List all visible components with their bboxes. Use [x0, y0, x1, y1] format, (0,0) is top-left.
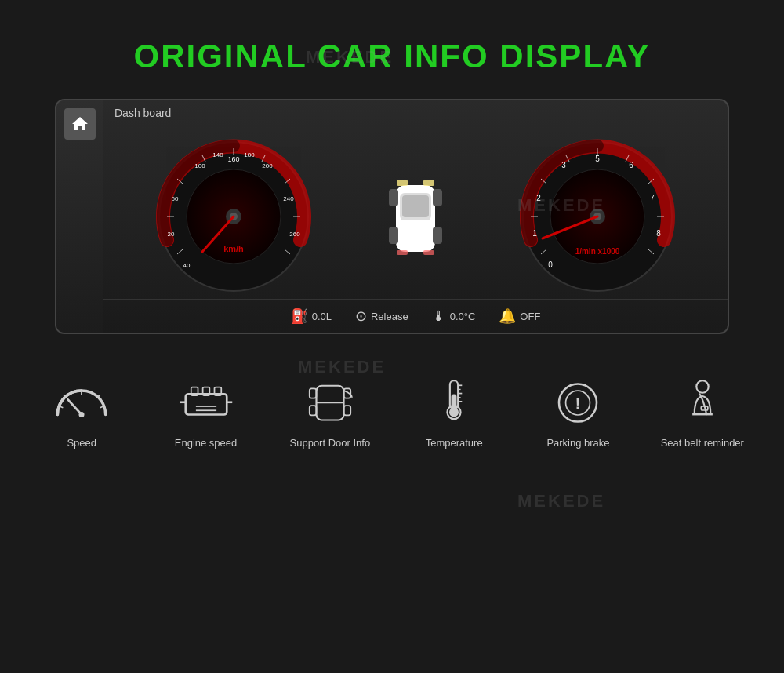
door-info-icon-area: [299, 373, 361, 428]
temperature-label: Temperature: [426, 436, 483, 450]
svg-point-60: [79, 412, 85, 417]
svg-rect-35: [423, 250, 434, 255]
svg-text:140: 140: [212, 151, 223, 158]
car-top-view: [384, 166, 447, 267]
tachometer-svg: 5 3 2 1 6 7 8 0 1/min x1000: [519, 138, 676, 295]
svg-rect-28: [389, 189, 398, 206]
svg-rect-31: [433, 227, 442, 244]
svg-text:240: 240: [283, 195, 294, 202]
svg-line-61: [60, 406, 63, 408]
svg-rect-79: [343, 406, 350, 415]
dash-main: Dash board: [103, 100, 728, 333]
svg-rect-34: [397, 250, 408, 255]
seatbelt-reminder-icon-area: [671, 373, 734, 428]
svg-rect-30: [389, 227, 398, 244]
parking-brake-label: Parking brake: [546, 436, 609, 450]
seatbelt-icon: 🔔: [499, 307, 516, 325]
svg-line-65: [100, 406, 103, 408]
svg-text:6: 6: [629, 161, 633, 169]
svg-rect-29: [433, 189, 442, 206]
feature-engine-speed: Engine speed: [163, 373, 248, 450]
parking-icon: ⊙: [355, 307, 367, 325]
svg-rect-66: [185, 394, 227, 414]
door-info-icon: [303, 377, 358, 424]
dash-info-bar: ⛽ 0.0L ⊙ Release 🌡 0.0°C 🔔 OFF: [103, 299, 728, 333]
main-title-section: ORIGINAL CAR INFO DISPLAY: [0, 0, 784, 99]
feature-parking-brake: ! Parking brake: [535, 373, 620, 450]
seatbelt-reminder-icon: [675, 377, 730, 424]
svg-rect-78: [310, 406, 317, 415]
door-info-label: Support Door Info: [290, 436, 371, 450]
svg-rect-27: [402, 195, 429, 217]
parking-value: Release: [371, 311, 408, 322]
svg-point-92: [696, 380, 708, 392]
speed-icon-area: [50, 373, 113, 428]
dashboard-screen: Dash board: [55, 99, 729, 334]
home-button[interactable]: [64, 108, 96, 140]
fuel-value: 0.0L: [312, 311, 332, 322]
svg-point-83: [449, 408, 459, 417]
svg-text:260: 260: [289, 231, 300, 238]
features-section: Speed Engine speed: [0, 373, 784, 450]
svg-text:200: 200: [262, 162, 273, 169]
home-icon: [71, 115, 89, 133]
fuel-icon: ⛽: [291, 307, 308, 325]
dashboard-label: Dash board: [114, 107, 171, 119]
feature-temperature: Temperature: [412, 373, 496, 450]
feature-speed: Speed: [39, 373, 124, 450]
svg-rect-33: [423, 180, 434, 186]
speed-icon: [54, 377, 109, 424]
speed-label: Speed: [67, 436, 96, 450]
engine-speed-label: Engine speed: [175, 436, 238, 450]
seatbelt-reminder-label: Seat belt reminder: [661, 436, 744, 450]
temperature-icon: [426, 377, 481, 424]
parking-brake-icon-area: !: [546, 373, 609, 428]
svg-text:7: 7: [650, 194, 655, 202]
svg-rect-76: [310, 388, 317, 398]
seatbelt-value: OFF: [520, 311, 540, 322]
svg-text:40: 40: [183, 262, 191, 269]
svg-text:1/min x1000: 1/min x1000: [575, 247, 620, 256]
engine-speed-icon: [179, 377, 234, 424]
engine-speed-icon-area: [175, 373, 238, 428]
page-title: ORIGINAL CAR INFO DISPLAY: [0, 38, 784, 75]
svg-text:3: 3: [561, 161, 566, 169]
svg-text:60: 60: [172, 195, 179, 202]
speedometer: 160 100 60 20 200 180 140 240 260 40 km/…: [155, 138, 312, 295]
tachometer: 5 3 2 1 6 7 8 0 1/min x1000: [519, 138, 676, 295]
svg-text:180: 180: [244, 151, 255, 158]
feature-seatbelt-reminder: Seat belt reminder: [660, 373, 745, 450]
svg-text:2: 2: [536, 194, 541, 202]
dash-sidebar: [56, 100, 103, 333]
fuel-info: ⛽ 0.0L: [291, 307, 332, 325]
svg-text:100: 100: [194, 162, 205, 169]
dashboard-wrapper: Dash board: [0, 99, 784, 334]
svg-rect-32: [397, 180, 408, 186]
svg-text:!: !: [575, 395, 580, 412]
svg-text:1: 1: [532, 229, 537, 238]
temperature-icon-area: [423, 373, 485, 428]
dash-header: Dash board: [103, 100, 728, 126]
temp-info: 🌡 0.0°C: [432, 307, 476, 325]
svg-text:0: 0: [548, 260, 553, 269]
temp-icon: 🌡: [432, 308, 446, 325]
svg-text:5: 5: [595, 155, 600, 163]
parking-brake-icon: !: [550, 377, 605, 424]
seatbelt-info: 🔔 OFF: [499, 307, 540, 325]
feature-door-info: Support Door Info: [288, 373, 372, 450]
svg-text:km/h: km/h: [223, 244, 244, 253]
car-svg: [384, 166, 447, 267]
svg-line-59: [68, 399, 82, 414]
speedometer-svg: 160 100 60 20 200 180 140 240 260 40 km/…: [155, 138, 312, 295]
svg-text:8: 8: [656, 229, 661, 238]
parking-info: ⊙ Release: [355, 307, 408, 325]
temp-value: 0.0°C: [450, 311, 476, 322]
svg-text:160: 160: [227, 155, 239, 163]
svg-text:20: 20: [168, 231, 175, 238]
dash-content: 160 100 60 20 200 180 140 240 260 40 km/…: [103, 126, 728, 299]
